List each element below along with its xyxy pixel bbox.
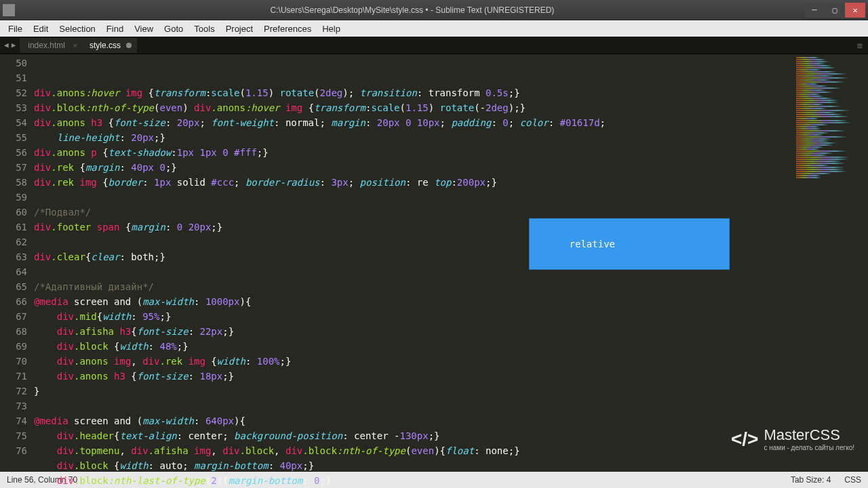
nav-back-icon[interactable]: ◀ [4, 41, 9, 49]
menu-view[interactable]: View [129, 22, 159, 35]
line-number: 59 [0, 190, 27, 205]
line-number: 51 [0, 70, 27, 85]
nav-forward-icon[interactable]: ▶ [12, 41, 16, 49]
code-line[interactable]: div.anons:hover img {transform:scale(1.1… [34, 85, 793, 100]
menu-tools[interactable]: Tools [189, 22, 220, 35]
code-line[interactable] [34, 190, 793, 205]
menu-selection[interactable]: Selection [54, 22, 100, 35]
line-number: 55 [0, 130, 27, 145]
tab-style-css[interactable]: style.css [81, 38, 137, 53]
line-number: 60 [0, 205, 27, 220]
code-line[interactable]: } [34, 384, 793, 399]
code-line[interactable]: div.rek img {border: 1px solid #ccc; bor… [34, 175, 793, 190]
code-line[interactable]: div.afisha h3{font-size: 22px;} [34, 324, 793, 339]
tab-close-icon[interactable]: × [73, 41, 77, 49]
status-syntax[interactable]: CSS [844, 475, 861, 485]
code-line[interactable]: div.rek {margin: 40px 0;} [34, 160, 793, 175]
code-line[interactable]: @media screen and (max-width: 1000px){ [34, 294, 793, 309]
menu-find[interactable]: Find [101, 22, 129, 35]
tab-label: index.html [28, 41, 65, 50]
code-line[interactable]: div.topmenu, div.afisha img, div.block, … [34, 443, 793, 458]
code-line[interactable]: /*Подвал*/ [34, 205, 793, 220]
code-line[interactable] [34, 399, 793, 413]
menu-edit[interactable]: Edit [28, 22, 54, 35]
line-number: 50 [0, 56, 27, 70]
line-number: 72 [0, 384, 27, 399]
close-button[interactable]: ✕ [845, 3, 865, 18]
menu-goto[interactable]: Goto [159, 22, 189, 35]
line-number: 54 [0, 115, 27, 130]
maximize-button[interactable]: ▢ [825, 3, 845, 18]
line-number: 68 [0, 324, 27, 339]
code-line[interactable]: /*Адаптивный дизайн*/ [34, 279, 793, 294]
code-line[interactable]: div.anons img, div.rek img {width: 100%;… [34, 354, 793, 369]
line-number: 52 [0, 85, 27, 100]
line-number: 70 [0, 354, 27, 369]
line-number: 67 [0, 309, 27, 324]
dirty-indicator-icon [126, 43, 132, 48]
menu-project[interactable]: Project [220, 22, 258, 35]
menubar: FileEditSelectionFindViewGotoToolsProjec… [0, 20, 868, 37]
code-line[interactable]: div.anons h3 {font-size: 18px;} [34, 369, 793, 384]
line-gutter: 5051525354555657585960616263646566676869… [0, 54, 34, 472]
tab-nav-arrows: ◀ ▶ [0, 41, 20, 49]
menu-help[interactable]: Help [317, 22, 346, 35]
window-controls: ─ ▢ ✕ [804, 3, 865, 18]
line-number: 61 [0, 220, 27, 235]
line-number: 56 [0, 145, 27, 160]
titlebar: C:\Users\Serega\Desktop\MySite\style.css… [0, 0, 868, 20]
code-line[interactable]: line-height: 20px;} [34, 130, 793, 145]
line-number: 76 [0, 443, 27, 458]
line-number: 69 [0, 339, 27, 354]
tabbar: ◀ ▶ index.html×style.css ≡ [0, 37, 868, 54]
code-line[interactable]: div.block:nth-of-type(even) div.anons:ho… [34, 100, 793, 115]
app-icon [3, 4, 15, 16]
code-view[interactable]: div.anons:hover img {transform:scale(1.1… [34, 54, 793, 472]
line-number: 64 [0, 264, 27, 279]
line-number: 74 [0, 413, 27, 428]
menu-preferences[interactable]: Preferences [258, 22, 317, 35]
status-tabsize[interactable]: Tab Size: 4 [791, 475, 831, 485]
line-number: 58 [0, 175, 27, 190]
line-number: 65 [0, 279, 27, 294]
code-line[interactable]: div.header{text-align: center; backgroun… [34, 428, 793, 443]
code-line[interactable]: div.block {width: 48%;} [34, 339, 793, 354]
code-line[interactable]: div.block:nth-last-of-type(2){margin-bot… [34, 473, 793, 488]
line-number: 75 [0, 428, 27, 443]
autocomplete-suggestion[interactable]: relative [570, 239, 615, 249]
code-line[interactable]: div.anons p {text-shadow:1px 1px 0 #fff;… [34, 145, 793, 160]
code-line[interactable]: @media screen and (max-width: 640px){ [34, 413, 793, 428]
autocomplete-popup[interactable]: relative [529, 218, 730, 270]
editor-area[interactable]: 5051525354555657585960616263646566676869… [0, 54, 868, 472]
code-line[interactable]: div.anons h3 {font-size: 20px; font-weig… [34, 115, 793, 130]
line-number: 57 [0, 160, 27, 175]
line-number: 63 [0, 249, 27, 264]
line-number: 73 [0, 399, 27, 413]
window-title: C:\Users\Serega\Desktop\MySite\style.css… [20, 5, 804, 15]
tab-index-html[interactable]: index.html× [20, 38, 81, 53]
tab-label: style.css [90, 41, 121, 50]
line-number: 66 [0, 294, 27, 309]
line-number: 53 [0, 100, 27, 115]
code-line[interactable]: div.mid{width: 95%;} [34, 309, 793, 324]
minimize-button[interactable]: ─ [804, 3, 825, 18]
code-line[interactable]: div.block {width: auto; margin-bottom: 4… [34, 458, 793, 473]
tabbar-menu-icon[interactable]: ≡ [857, 40, 868, 51]
minimap[interactable] [793, 54, 868, 472]
line-number: 62 [0, 235, 27, 249]
line-number: 71 [0, 369, 27, 384]
menu-file[interactable]: File [3, 22, 28, 35]
